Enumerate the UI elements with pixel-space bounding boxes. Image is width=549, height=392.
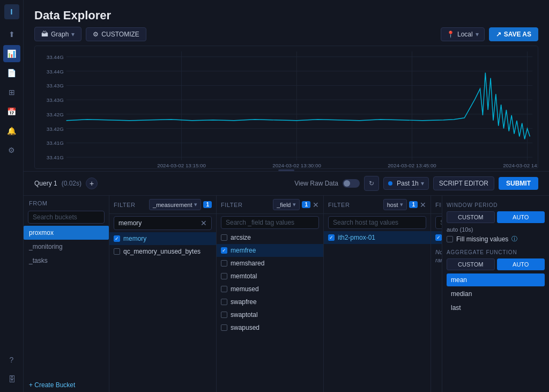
- filter-select-host[interactable]: host ▾: [383, 199, 407, 210]
- filter-panel-host: Filter host ▾ 1 ✕ Search host tag values: [324, 196, 431, 392]
- filter-search-field[interactable]: Search _field tag values: [221, 216, 319, 229]
- filter-close-field[interactable]: ✕: [313, 201, 319, 209]
- filter-list-measurement: memory qc_memory_unused_bytes: [109, 232, 216, 392]
- checkbox-swapused[interactable]: [221, 324, 227, 331]
- aggregate-list: mean median last: [447, 273, 545, 314]
- filter-select-field[interactable]: _field ▾: [273, 199, 300, 210]
- checkbox-memtotal[interactable]: [221, 273, 227, 279]
- add-query-button[interactable]: +: [86, 177, 98, 189]
- sidebar-item-chart[interactable]: 📊: [3, 45, 20, 62]
- svg-text:2024-03-02 13:45:00: 2024-03-02 13:45:00: [388, 162, 436, 168]
- past-time-button[interactable]: Past 1h ▾: [383, 177, 429, 190]
- filter-item-swapused[interactable]: swapused: [217, 321, 323, 334]
- sidebar-item-grid[interactable]: ⊞: [3, 84, 20, 101]
- svg-text:33.42G: 33.42G: [47, 112, 64, 117]
- search-buckets-input[interactable]: [28, 211, 105, 224]
- customize-button[interactable]: ⚙ CUSTOMIZE: [86, 27, 146, 41]
- gear-icon: ⚙: [93, 31, 99, 38]
- sidebar-item-data[interactable]: 🗄: [3, 371, 20, 388]
- query-right: View Raw Data ↻ Past 1h ▾ SCRIPT EDITOR …: [294, 176, 538, 191]
- filter-search-host[interactable]: Search host tag values: [328, 216, 426, 229]
- chevron-down-icon: ▾: [421, 180, 424, 187]
- filter-item-memtotal[interactable]: memtotal: [217, 270, 323, 283]
- filter-count-host: 1: [409, 201, 418, 208]
- sidebar-item-calendar[interactable]: 📅: [3, 103, 20, 120]
- checkbox-arcsize[interactable]: [221, 234, 227, 241]
- script-editor-button[interactable]: SCRIPT EDITOR: [433, 176, 494, 190]
- filter-panel-field: Filter _field ▾ 1 ✕ Search _field tag va…: [217, 196, 324, 392]
- filter-list-object: nodes No tag keys found in the current t…: [431, 231, 442, 392]
- graph-button[interactable]: 🏔 Graph ▾: [34, 27, 81, 41]
- create-bucket-button[interactable]: + Create Bucket: [24, 378, 109, 392]
- filter-panel-measurement: Filter _measurement ▾ 1 memory ✕: [109, 196, 217, 392]
- save-as-button[interactable]: ↗ SAVE AS: [489, 27, 538, 41]
- checkbox-swapfree[interactable]: [221, 299, 227, 305]
- svg-text:33.43G: 33.43G: [47, 97, 64, 103]
- toolbar: 🏔 Graph ▾ ⚙ CUSTOMIZE 📍 Local ▾ ↗ SAVE A…: [24, 27, 549, 46]
- checkbox-memused[interactable]: [221, 286, 227, 292]
- filter-label: Filter: [221, 202, 242, 208]
- toolbar-right: 📍 Local ▾ ↗ SAVE AS: [441, 27, 538, 41]
- fill-missing-checkbox[interactable]: [447, 236, 453, 242]
- svg-text:33.41G: 33.41G: [47, 140, 64, 146]
- checkbox-memory[interactable]: [114, 235, 120, 242]
- chart-area: 33.44G 33.44G 33.43G 33.43G 33.42G 33.42…: [34, 46, 538, 169]
- checkbox-host-pmox[interactable]: [328, 234, 335, 241]
- bucket-item-monitoring[interactable]: _monitoring: [24, 240, 109, 254]
- filter-item-swapfree[interactable]: swapfree: [217, 295, 323, 308]
- filter-item-swaptotal[interactable]: swaptotal: [217, 308, 323, 321]
- view-raw-label: View Raw Data: [294, 180, 338, 187]
- filter-item-memfree[interactable]: memfree: [217, 244, 323, 257]
- filter-close-host[interactable]: ✕: [420, 201, 426, 209]
- window-custom-button[interactable]: CUSTOM: [447, 211, 495, 223]
- bucket-item-proxmox[interactable]: proxmox: [24, 226, 109, 240]
- filter-item-memused[interactable]: memused: [217, 283, 323, 295]
- right-panel: WINDOW PERIOD CUSTOM AUTO auto (10s) Fil…: [442, 196, 549, 392]
- checkbox-swaptotal[interactable]: [221, 312, 227, 318]
- fill-missing-info-icon[interactable]: ⓘ: [511, 235, 517, 243]
- refresh-button[interactable]: ↻: [364, 176, 379, 191]
- auto-period-label: auto (10s): [447, 226, 545, 233]
- filter-item-qc-memory[interactable]: qc_memory_unused_bytes: [109, 245, 216, 258]
- filter-list-field: arcsize memfree memshared memtotal: [217, 231, 323, 392]
- filter-item-nodes[interactable]: nodes: [431, 231, 442, 244]
- filter-select-measurement[interactable]: _measurement ▾: [149, 199, 201, 210]
- checkbox-nodes[interactable]: [435, 234, 442, 241]
- view-raw-toggle[interactable]: [343, 179, 360, 188]
- agg-item-mean[interactable]: mean: [447, 273, 545, 286]
- aggregate-btn-group: CUSTOM AUTO: [447, 258, 545, 270]
- filter-panel-object: Filter object ▾ 1 ✕ Search object tag va…: [431, 196, 442, 392]
- graph-icon: 🏔: [41, 30, 48, 38]
- aggregate-function-label: AGGREGATE FUNCTION: [447, 249, 545, 255]
- checkbox-memfree[interactable]: [221, 247, 227, 254]
- sidebar-item-help[interactable]: ?: [3, 351, 20, 368]
- checkbox-qc-memory[interactable]: [114, 248, 120, 255]
- filter-clear-icon[interactable]: ✕: [201, 219, 207, 227]
- filter-item-memshared[interactable]: memshared: [217, 257, 323, 270]
- agg-item-last[interactable]: last: [447, 301, 545, 314]
- chevron-down-icon: ▾: [400, 201, 403, 208]
- fill-missing-row: Fill missing values ⓘ: [447, 235, 545, 243]
- aggregate-auto-button[interactable]: AUTO: [497, 258, 545, 270]
- sidebar-item-document[interactable]: 📄: [3, 64, 20, 82]
- app-logo[interactable]: I: [4, 4, 19, 19]
- chevron-down-icon: ▾: [293, 201, 296, 208]
- filter-item-memory[interactable]: memory: [109, 232, 216, 245]
- filter-item-host-pmox[interactable]: ith2-pmox-01: [324, 231, 431, 244]
- chevron-down-icon: ▾: [194, 201, 197, 208]
- query-bar: Query 1 (0.02s) + View Raw Data ↻ Past 1…: [24, 171, 549, 195]
- aggregate-custom-button[interactable]: CUSTOM: [447, 258, 495, 270]
- sidebar-item-settings[interactable]: ⚙: [3, 142, 20, 159]
- filter-item-arcsize[interactable]: arcsize: [217, 231, 323, 244]
- sidebar-item-upload[interactable]: ⬆: [3, 26, 20, 43]
- filter-search-object[interactable]: Search object tag values: [435, 216, 442, 229]
- checkbox-memshared[interactable]: [221, 260, 227, 267]
- filter-header-field: Filter _field ▾ 1 ✕: [217, 196, 323, 214]
- svg-text:2024-03-02 13:15:00: 2024-03-02 13:15:00: [157, 162, 206, 168]
- bucket-item-tasks[interactable]: _tasks: [24, 254, 109, 268]
- window-auto-button[interactable]: AUTO: [497, 211, 545, 223]
- sidebar-item-bell[interactable]: 🔔: [3, 122, 20, 139]
- submit-button[interactable]: SUBMIT: [499, 177, 538, 190]
- agg-item-median[interactable]: median: [447, 287, 545, 300]
- local-button[interactable]: 📍 Local ▾: [441, 27, 485, 41]
